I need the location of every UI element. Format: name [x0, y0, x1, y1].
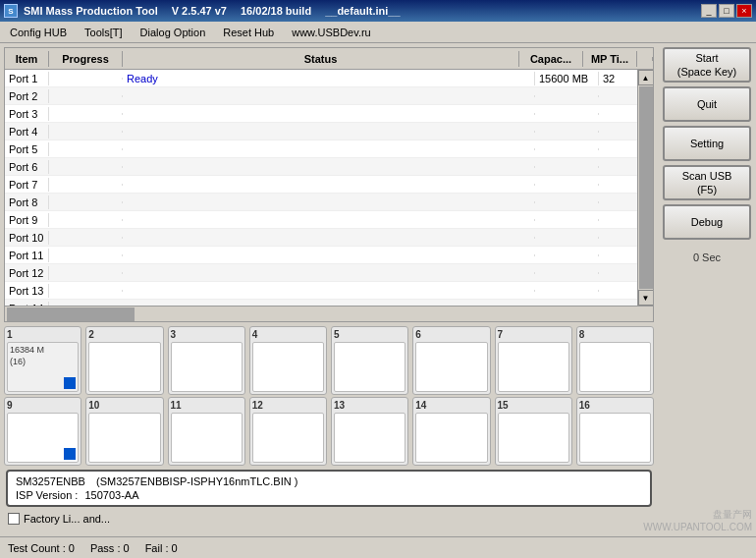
td-item: Port 12	[5, 266, 49, 280]
port-row-1: 116384 M(16)2345678	[4, 326, 654, 395]
chip-info-line: SM3257ENBB (SM3257ENBBISP-ISPHY16nmTLC.B…	[16, 475, 642, 487]
maximize-button[interactable]: □	[719, 4, 734, 18]
menu-dialog-option[interactable]: Dialog Option	[133, 25, 214, 40]
test-count: Test Count : 0	[8, 542, 75, 554]
port-num: 8	[579, 329, 651, 340]
td-capacity	[535, 272, 599, 274]
port-num: 7	[498, 329, 569, 340]
td-status: Ready	[123, 72, 535, 85]
hscroll-thumb[interactable]	[7, 307, 135, 321]
port-inner	[88, 413, 160, 463]
table-row: Port 10	[5, 229, 653, 247]
start-button[interactable]: Start (Space Key)	[663, 47, 751, 83]
td-status	[123, 254, 535, 256]
table-row: Port 12	[5, 264, 653, 282]
scan-usb-button[interactable]: Scan USB (F5)	[663, 165, 751, 200]
scroll-up[interactable]: ▲	[638, 70, 654, 85]
title-bar-left: S SMI Mass Production Tool V 2.5.47 v7 1…	[4, 4, 401, 18]
td-item: Port 1	[5, 72, 49, 85]
td-status	[123, 237, 535, 239]
minimize-button[interactable]: _	[701, 4, 717, 18]
port-num: 2	[88, 329, 160, 340]
window-controls: _ □ ×	[701, 4, 752, 18]
time-label: 0 Sec	[693, 251, 721, 263]
menu-config-hub[interactable]: Config HUB	[2, 25, 75, 40]
right-panel: Start (Space Key) Quit Setting Scan USB …	[658, 43, 756, 558]
table-row: Port 11	[5, 247, 653, 264]
port-cell-9: 9	[4, 397, 81, 466]
td-status	[123, 95, 535, 97]
table-hscrollbar[interactable]	[5, 306, 653, 321]
td-status	[123, 201, 535, 203]
port-inner	[252, 413, 324, 463]
td-status	[123, 166, 535, 168]
td-status	[123, 272, 535, 274]
port-num: 4	[252, 329, 324, 340]
col-scroll	[637, 57, 653, 61]
col-item: Item	[5, 51, 49, 67]
td-capacity	[535, 201, 599, 203]
td-progress	[49, 113, 123, 115]
close-button[interactable]: ×	[736, 4, 752, 18]
port-grid: 116384 M(16)2345678 910111213141516	[4, 326, 654, 466]
menu-usbdev[interactable]: www.USBDev.ru	[284, 25, 378, 40]
port-cell-11: 11	[168, 397, 245, 466]
app-config: __default.ini__	[325, 5, 400, 17]
td-progress	[49, 237, 123, 239]
port-inner	[7, 413, 79, 463]
port-num: 5	[334, 329, 405, 340]
td-capacity: 15600 MB	[535, 72, 599, 85]
td-progress	[49, 148, 123, 150]
td-item: Port 11	[5, 249, 49, 262]
td-capacity	[535, 290, 599, 292]
app-title: SMI Mass Production Tool	[24, 5, 158, 17]
port-cell-2: 2	[85, 326, 163, 395]
port-blue-indicator	[64, 448, 76, 460]
col-progress: Progress	[49, 51, 123, 67]
td-capacity	[535, 131, 599, 133]
table-scrollbar[interactable]: ▲ ▼	[637, 70, 653, 306]
port-num: 14	[415, 400, 487, 411]
port-inner	[171, 413, 243, 463]
menu-reset-hub[interactable]: Reset Hub	[215, 25, 282, 40]
port-cell-12: 12	[249, 397, 327, 466]
isp-label: ISP Version :	[16, 489, 78, 501]
menu-tools[interactable]: Tools[T]	[77, 25, 131, 40]
scroll-down[interactable]: ▼	[638, 290, 654, 306]
app-date: 16/02/18 build	[241, 5, 311, 17]
td-item: Port 4	[5, 125, 49, 139]
td-status	[123, 219, 535, 221]
quit-button[interactable]: Quit	[663, 86, 751, 122]
port-inner	[334, 342, 405, 392]
debug-button[interactable]: Debug	[663, 204, 751, 240]
port-table: Item Progress Status Capac... MP Ti... P…	[4, 47, 654, 322]
port-num: 16	[579, 400, 651, 411]
table-row: Port 5	[5, 140, 653, 158]
td-progress	[49, 219, 123, 221]
table-row: Port 8	[5, 194, 653, 211]
port-num: 9	[7, 400, 79, 411]
port-cell-3: 3	[168, 326, 245, 395]
setting-button[interactable]: Setting	[663, 126, 751, 161]
port-cell-4: 4	[249, 326, 327, 395]
table-row: Port 6	[5, 158, 653, 176]
port-cell-14: 14	[412, 397, 490, 466]
td-item: Port 8	[5, 195, 49, 209]
port-sub-text: (16)	[10, 357, 26, 366]
td-status	[123, 131, 535, 133]
factory-checkbox[interactable]	[8, 513, 20, 525]
td-progress	[49, 95, 123, 97]
td-item: Port 9	[5, 213, 49, 227]
isp-version: 150703-AA	[84, 489, 138, 501]
port-inner	[252, 342, 324, 392]
port-inner: 16384 M(16)	[7, 342, 79, 392]
td-status	[123, 113, 535, 115]
table-row: Port 7	[5, 176, 653, 194]
td-progress	[49, 290, 123, 292]
td-capacity	[535, 254, 599, 256]
td-capacity	[535, 237, 599, 239]
table-row: Port 1Ready15600 MB32	[5, 70, 653, 87]
port-inner	[579, 413, 651, 463]
scroll-thumb[interactable]	[639, 86, 653, 289]
port-row-2: 910111213141516	[4, 397, 654, 466]
